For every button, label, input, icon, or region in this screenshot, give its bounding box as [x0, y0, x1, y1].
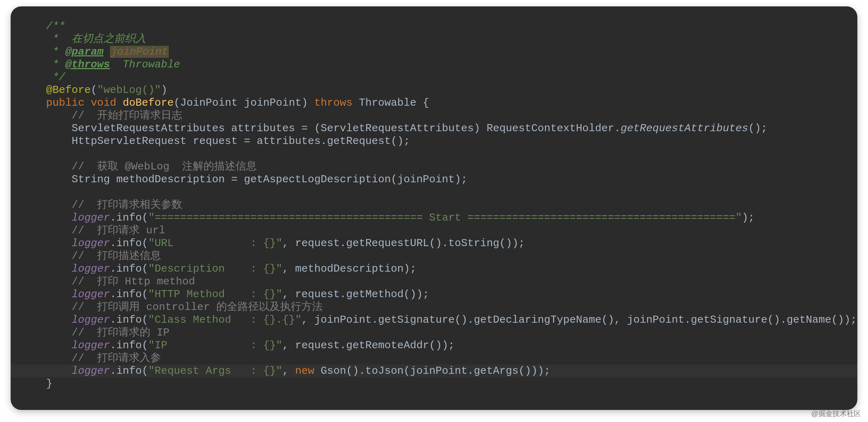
logger-field: logger [72, 288, 110, 300]
log-args: Gson().toJson(joinPoint.getArgs())); [314, 365, 550, 377]
code-line: HttpServletRequest request = attributes.… [72, 135, 410, 147]
logger-field: logger [72, 237, 110, 249]
annotation-before: @Before [46, 84, 91, 96]
highlighted-line: logger.info("Request Args : {}", new Gso… [11, 365, 857, 377]
kw-void: void [91, 97, 116, 109]
code-line: String methodDescription = getAspectLogD… [72, 173, 467, 185]
javadoc-open: /** [46, 20, 65, 32]
code-block[interactable]: /** * 在切点之前织入 * @param joinPoint * @thro… [11, 6, 857, 390]
log-string-ip: "IP : {}" [148, 339, 282, 351]
log-string-class: "Class Method : {}.{}" [148, 314, 301, 326]
comment: // 开始打印请求日志 [72, 110, 182, 122]
comment: // 打印描述信息 [72, 250, 161, 262]
log-args: , request.getRequestURL().toString()); [282, 237, 525, 249]
javadoc-throws: * [46, 59, 65, 71]
javadoc-param: * [46, 46, 65, 58]
logger-field: logger [72, 212, 110, 224]
javadoc-param-tag: @param [65, 46, 104, 58]
comment: // 打印请求 url [72, 224, 165, 237]
logger-field: logger [72, 339, 110, 351]
code-line: ServletRequestAttributes attributes = (S… [72, 122, 621, 134]
watermark: @掘金技术社区 [811, 409, 861, 418]
log-args: , methodDescription); [282, 263, 416, 275]
method-name: doBefore [123, 97, 174, 109]
log-string-http: "HTTP Method : {}" [148, 288, 282, 300]
log-args: , request.getMethod()); [282, 288, 429, 300]
javadoc-throws-val: Throwable [123, 59, 180, 71]
javadoc-close: */ [46, 71, 65, 83]
annotation-value: "webLog()" [97, 84, 161, 96]
log-args: , joinPoint.getSignature().getDeclaringT… [301, 314, 857, 326]
comment: // 获取 @WebLog 注解的描述信息 [72, 161, 257, 173]
log-string-url: "URL : {}" [148, 237, 282, 249]
throws-type: Throwable { [359, 97, 429, 109]
comment: // 打印请求相关参数 [72, 199, 182, 211]
comment: // 打印请求的 IP [72, 327, 169, 339]
javadoc-param-name: joinPoint [110, 46, 169, 58]
logger-field: logger [72, 365, 110, 377]
kw-throws: throws [314, 97, 352, 109]
method-params: (JoinPoint joinPoint) [174, 97, 308, 109]
logger-field: logger [72, 263, 110, 275]
log-args: , request.getRemoteAddr()); [282, 339, 455, 351]
log-string-desc: "Description : {}" [148, 263, 282, 275]
javadoc-line: * 在切点之前织入 [46, 33, 146, 45]
log-string-args: "Request Args : {}" [148, 365, 282, 377]
static-call: getRequestAttributes [621, 122, 748, 134]
comment: // 打印请求入参 [72, 352, 161, 364]
logger-field: logger [72, 314, 110, 326]
kw-public: public [46, 97, 84, 109]
comment: // 打印调用 controller 的全路径以及执行方法 [72, 301, 323, 313]
log-string-start: "=======================================… [148, 212, 742, 224]
comment: // 打印 Http method [72, 276, 195, 288]
editor-frame: /** * 在切点之前织入 * @param joinPoint * @thro… [11, 6, 857, 410]
kw-new: new [295, 365, 314, 377]
javadoc-throws-tag: @throws [65, 59, 110, 71]
brace-close: } [46, 378, 52, 390]
